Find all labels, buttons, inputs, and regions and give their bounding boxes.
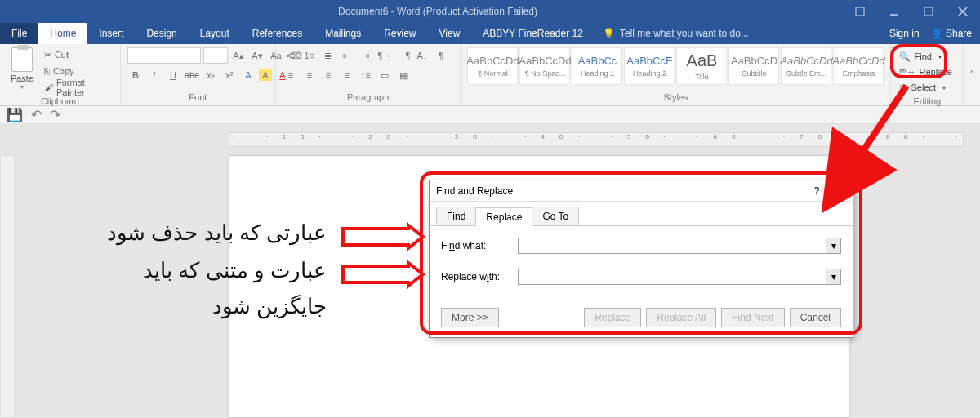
tab-mailings[interactable]: Mailings (314, 23, 372, 44)
numbering-icon[interactable]: 1≡ (301, 47, 318, 64)
replace-with-label: Replace with: (441, 271, 511, 282)
replace-dropdown-icon[interactable]: ▾ (826, 269, 840, 284)
scissors-icon: ✂ (44, 50, 51, 60)
ribbon: Paste ▾ ✂Cut ⎘Copy 🖌Format Painter Clipb… (0, 44, 980, 106)
style-normal[interactable]: AaBbCcDd¶ Normal (467, 47, 518, 85)
text-effects-icon[interactable]: A (240, 67, 256, 83)
person-icon: 👤 (931, 28, 943, 39)
annotation-text-2: عبارت و متنی که باید (49, 258, 327, 283)
rtl-icon[interactable]: ←¶ (395, 47, 412, 64)
borders-icon[interactable]: ▦ (395, 67, 412, 83)
style-heading2[interactable]: AaBbCcEHeading 2 (624, 47, 675, 85)
group-font: A▴ A▾ Aa ⌫ B I U abc x₂ x² A A A Font (121, 44, 276, 105)
annotation-arrow-main (849, 82, 915, 175)
italic-button[interactable]: I (146, 67, 163, 83)
replace-button[interactable]: ᵃᵇ↔Replace (898, 64, 956, 79)
tab-view[interactable]: View (428, 23, 472, 44)
cancel-btn[interactable]: Cancel (790, 308, 841, 327)
style-title[interactable]: AaBTitle (676, 47, 727, 85)
find-next-btn[interactable]: Find Next (721, 308, 784, 327)
align-right-icon[interactable]: ≡ (320, 67, 336, 83)
dialog-help-icon[interactable]: ? (807, 185, 826, 197)
title-bar: Document6 - Word (Product Activation Fai… (0, 0, 980, 23)
close-icon[interactable] (946, 0, 980, 23)
tab-references[interactable]: References (241, 23, 314, 44)
line-spacing-icon[interactable]: ↕≡ (358, 67, 374, 83)
underline-button[interactable]: U (165, 67, 181, 83)
grow-font-icon[interactable]: A▴ (230, 47, 247, 64)
tab-file[interactable]: File (0, 23, 38, 44)
vertical-ruler (0, 155, 15, 418)
maximize-icon[interactable] (911, 0, 946, 23)
dialog-title: Find and Replace (436, 185, 807, 197)
group-paragraph: •≡ 1≡ ≣ ⇤ ⇥ ¶→ ←¶ A↓ ¶ ≡ ≡ ≡ ≡ ↕≡ ▭ ▦ Pa… (276, 44, 461, 105)
tab-layout[interactable]: Layout (189, 23, 241, 44)
bullets-icon[interactable]: •≡ (283, 47, 299, 64)
dialog-close-icon[interactable]: ✕ (826, 185, 846, 197)
sort-icon[interactable]: A↓ (414, 47, 430, 64)
style-no-spacing[interactable]: AaBbCcDd¶ No Spac... (519, 47, 570, 85)
find-button[interactable]: 🔍Find▾ (898, 49, 956, 64)
share-button[interactable]: 👤 Share (931, 28, 972, 39)
svg-line-5 (858, 86, 906, 159)
copy-button[interactable]: ⎘Copy (42, 64, 114, 78)
shading-icon[interactable]: ▭ (376, 67, 393, 83)
group-label: Font (127, 91, 269, 105)
subscript-button[interactable]: x₂ (203, 67, 219, 83)
group-label: Paragraph (283, 91, 454, 105)
style-heading1[interactable]: AaBbCcHeading 1 (572, 47, 622, 85)
tab-abbyy[interactable]: ABBYY FineReader 12 (471, 23, 595, 44)
highlight-icon[interactable]: A (259, 69, 272, 81)
replace-btn[interactable]: Replace (584, 308, 641, 327)
dialog-tab-goto[interactable]: Go To (532, 207, 579, 225)
styles-gallery[interactable]: AaBbCcDd¶ Normal AaBbCcDd¶ No Spac... Aa… (467, 47, 884, 85)
cut-button[interactable]: ✂Cut (42, 47, 114, 62)
style-subtitle[interactable]: AaBbCcDSubtitle (728, 47, 779, 85)
ribbon-options-icon[interactable] (843, 0, 877, 23)
group-styles: AaBbCcDd¶ Normal AaBbCcDd¶ No Spac... Aa… (461, 44, 891, 105)
replace-with-input[interactable] (519, 269, 826, 284)
svg-rect-0 (856, 7, 864, 16)
annotation-arrow-find (335, 225, 425, 253)
align-center-icon[interactable]: ≡ (301, 67, 318, 83)
justify-icon[interactable]: ≡ (339, 67, 355, 83)
search-icon: 🔍 (899, 51, 911, 62)
strike-button[interactable]: abc (184, 67, 200, 83)
replace-all-btn[interactable]: Replace All (646, 308, 716, 327)
tab-review[interactable]: Review (372, 23, 427, 44)
find-what-input[interactable] (519, 238, 826, 253)
dialog-tab-find[interactable]: Find (436, 207, 476, 225)
brush-icon: 🖌 (44, 82, 53, 92)
copy-icon: ⎘ (44, 66, 50, 76)
ltr-icon[interactable]: ¶→ (376, 47, 393, 64)
style-subtle-em[interactable]: AaBbCcDdSubtle Em... (781, 47, 831, 85)
paste-button[interactable]: Paste ▾ (7, 47, 38, 91)
collapse-ribbon-icon[interactable]: ˄ (964, 44, 980, 105)
dialog-tab-replace[interactable]: Replace (475, 207, 532, 226)
style-emphasis[interactable]: AaBbCcDdEmphasis (833, 47, 884, 85)
font-size-combo[interactable] (203, 47, 228, 64)
font-name-combo[interactable] (127, 47, 201, 64)
superscript-button[interactable]: x² (221, 67, 238, 83)
minimize-icon[interactable] (877, 0, 911, 23)
bold-button[interactable]: B (127, 67, 144, 83)
indent-icon[interactable]: ⇥ (358, 47, 374, 64)
shrink-font-icon[interactable]: A▾ (249, 47, 265, 64)
replace-icon: ᵃᵇ↔ (899, 67, 915, 78)
quick-access-toolbar: 💾 ↶ ↷ (0, 106, 980, 124)
annotation-arrow-replace (335, 263, 425, 291)
outdent-icon[interactable]: ⇤ (339, 47, 355, 64)
more-button[interactable]: More >> (441, 308, 499, 327)
format-painter-button[interactable]: 🖌Format Painter (42, 80, 114, 95)
align-left-icon[interactable]: ≡ (283, 67, 299, 83)
tab-design[interactable]: Design (135, 23, 188, 44)
tab-insert[interactable]: Insert (87, 23, 135, 44)
multilevel-icon[interactable]: ≣ (320, 47, 336, 64)
tab-home[interactable]: Home (38, 23, 87, 44)
bulb-icon: 💡 (603, 28, 615, 39)
pilcrow-icon[interactable]: ¶ (433, 47, 449, 64)
tell-me[interactable]: 💡 Tell me what you want to do... (595, 23, 757, 44)
window-title: Document6 - Word (Product Activation Fai… (33, 6, 843, 17)
find-dropdown-icon[interactable]: ▾ (826, 238, 840, 253)
sign-in-link[interactable]: Sign in (889, 28, 920, 39)
